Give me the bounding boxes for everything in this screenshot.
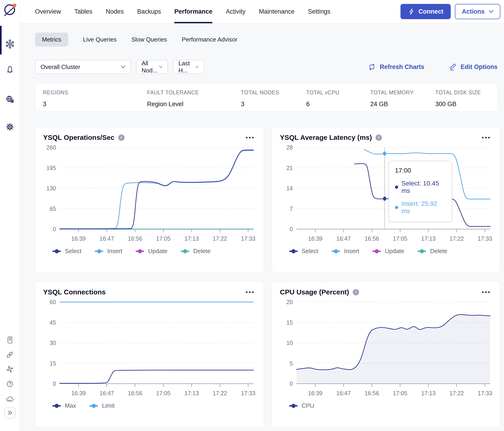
legend-item-limit[interactable]: Limit <box>90 402 115 409</box>
legend-item-delete[interactable]: Delete <box>418 248 447 255</box>
tooltip-time: 17:00 <box>395 167 446 174</box>
legend-item-delete[interactable]: Delete <box>181 248 210 255</box>
tab-nodes[interactable]: Nodes <box>106 0 124 23</box>
subtab-live-queries[interactable]: Live Queries <box>83 36 117 43</box>
nodes-select[interactable]: All Nod... <box>136 60 168 74</box>
chart-menu-button[interactable]: ••• <box>246 289 256 295</box>
legend-mark-icon <box>289 251 298 252</box>
svg-text:15: 15 <box>50 360 56 367</box>
legend-item-update[interactable]: Update <box>372 248 404 255</box>
svg-text:15: 15 <box>286 319 293 326</box>
question-icon <box>5 379 15 389</box>
svg-text:17:13: 17:13 <box>421 390 436 396</box>
chart-menu-button[interactable]: ••• <box>482 135 492 140</box>
legend-item-select[interactable]: Select <box>52 248 81 255</box>
sidebar-item-integrations[interactable] <box>5 349 15 360</box>
svg-text:17:33: 17:33 <box>241 390 255 396</box>
sidebar-item-alerts[interactable] <box>5 64 15 74</box>
tab-backups[interactable]: Backups <box>137 0 161 23</box>
sidebar <box>0 0 20 431</box>
area-chart: 0510152016:3916:4716:5617:0517:1317:2217… <box>280 298 492 399</box>
subtab-slow-queries[interactable]: Slow Queries <box>131 36 167 43</box>
legend-label: Update <box>385 248 404 255</box>
tab-settings[interactable]: Settings <box>308 0 330 23</box>
svg-text:16:39: 16:39 <box>71 390 86 396</box>
tab-activity[interactable]: Activity <box>226 0 245 23</box>
legend-item-update[interactable]: Update <box>135 248 167 255</box>
tooltip-rows: Select: 10.45 msInsert: 25.92 ms <box>395 180 446 215</box>
line-chart: 01530456016:3916:4716:5617:0517:1317:221… <box>43 298 255 399</box>
sidebar-item-clusters[interactable] <box>5 39 15 49</box>
nav-tabs: Overview Tables Nodes Backups Performanc… <box>35 0 330 23</box>
legend-mark-icon <box>289 405 298 407</box>
svg-text:0: 0 <box>53 380 56 387</box>
legend-mark-icon <box>52 405 61 407</box>
svg-text:17:13: 17:13 <box>184 390 199 396</box>
svg-text:45: 45 <box>50 319 56 326</box>
legend-label: Max <box>65 402 76 409</box>
book-icon <box>5 335 15 345</box>
tooltip-item-select: Select: 10.45 ms <box>395 180 446 194</box>
refresh-charts-button[interactable]: Refresh Charts <box>368 62 424 72</box>
chart-hover-tooltip: 17:00 Select: 10.45 msInsert: 25.92 ms <box>388 161 452 222</box>
svg-text:16:47: 16:47 <box>99 235 114 242</box>
actions-button[interactable]: Actions <box>455 4 500 19</box>
connect-button-label: Connect <box>418 8 443 15</box>
legend-item-insert[interactable]: Insert <box>95 248 122 255</box>
connect-button[interactable]: Connect <box>400 4 451 19</box>
chart-menu-button[interactable]: ••• <box>246 135 256 140</box>
tooltip-item-insert: Insert: 25.92 ms <box>395 200 446 215</box>
pencil-icon <box>449 62 457 72</box>
tab-overview[interactable]: Overview <box>35 0 61 23</box>
cluster-select[interactable]: Overall Cluster <box>35 60 131 74</box>
tab-performance[interactable]: Performance <box>174 0 212 23</box>
svg-text:7: 7 <box>289 206 293 212</box>
sidebar-item-docs[interactable] <box>5 335 15 345</box>
svg-text:195: 195 <box>46 165 56 171</box>
info-icon[interactable]: i <box>353 289 359 295</box>
sidebar-item-help[interactable] <box>5 379 15 389</box>
actions-button-label: Actions <box>462 8 485 15</box>
legend-item-cpu[interactable]: CPU <box>289 402 314 409</box>
main-content: Metrics Live Queries Slow Queries Perfor… <box>20 23 504 431</box>
svg-text:16:56: 16:56 <box>365 235 379 242</box>
chart-menu-button[interactable]: ••• <box>482 289 492 295</box>
chart-ysql-operations: YSQL Operations/Sec i ••• 06513019526016… <box>35 127 264 272</box>
chart-title: CPU Usage (Percent) <box>280 288 349 296</box>
legend-item-max[interactable]: Max <box>52 402 76 409</box>
info-icon[interactable]: i <box>376 135 382 141</box>
legend-item-select[interactable]: Select <box>289 248 318 255</box>
tab-maintenance[interactable]: Maintenance <box>259 0 295 23</box>
chart-legend: SelectInsertUpdateDelete <box>52 248 256 255</box>
svg-text:17:05: 17:05 <box>156 235 171 242</box>
sidebar-item-regions[interactable] <box>5 94 15 104</box>
info-icon[interactable]: i <box>118 135 125 141</box>
time-range-select-value: Last H... <box>179 60 195 74</box>
svg-text:0: 0 <box>53 226 56 232</box>
legend-mark-icon <box>418 251 426 252</box>
sidebar-expand-button[interactable] <box>4 407 16 418</box>
svg-text:16:47: 16:47 <box>336 235 351 242</box>
sidebar-item-cloud-status[interactable] <box>5 394 15 404</box>
legend-mark-icon <box>52 251 61 252</box>
yugabyte-logo-icon[interactable] <box>2 1 17 16</box>
time-range-select[interactable]: Last H... <box>173 60 204 74</box>
svg-text:16:39: 16:39 <box>308 235 323 242</box>
double-chevron-right-icon <box>6 409 14 417</box>
edit-options-button[interactable]: Edit Options <box>449 62 497 72</box>
legend-label: Select <box>302 248 318 255</box>
legend-item-insert[interactable]: Insert <box>332 248 359 255</box>
subtab-metrics[interactable]: Metrics <box>35 33 68 47</box>
sidebar-item-settings[interactable] <box>5 122 15 132</box>
chart-legend: SelectInsertUpdateDelete <box>289 248 492 255</box>
subtab-performance-advisor[interactable]: Performance Advisor <box>182 36 237 43</box>
legend-mark-icon <box>135 251 144 252</box>
chevron-down-icon <box>159 65 162 69</box>
legend-label: Insert <box>107 248 122 255</box>
svg-text:60: 60 <box>50 299 56 305</box>
sidebar-item-slack[interactable] <box>5 364 15 374</box>
cloud-icon <box>5 394 15 404</box>
svg-text:0: 0 <box>289 226 293 232</box>
tab-tables[interactable]: Tables <box>74 0 92 23</box>
svg-text:17:05: 17:05 <box>393 235 407 242</box>
